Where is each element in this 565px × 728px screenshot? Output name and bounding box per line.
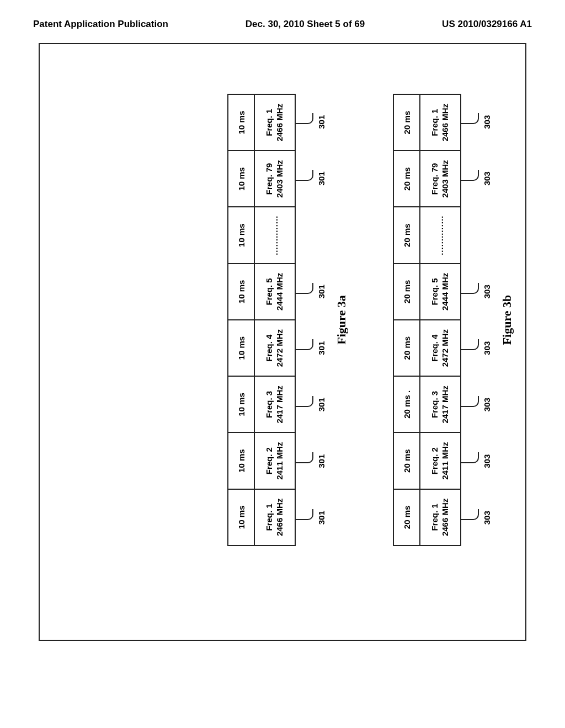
leader-line-icon [296, 509, 313, 520]
freq-cell: Freq. 792403 MHz [254, 151, 295, 207]
leader-line-icon [461, 170, 479, 181]
figure-3a-ref-row: 301301301301301301301 [298, 94, 329, 546]
ref-number-label: 301 [317, 398, 326, 411]
ref-cell: 303 [463, 94, 494, 151]
ref-number-label: 301 [317, 285, 326, 298]
time-header-cell: 20 ms [393, 433, 420, 489]
freq-cell: Freq. 32417 MHz [254, 376, 295, 432]
time-header-cell: 20 ms [393, 151, 420, 207]
header-left: Patent Application Publication [33, 19, 168, 30]
leader-line-icon [296, 170, 313, 181]
leader-line-icon [461, 509, 479, 520]
figure-3b-caption: Figure 3b [500, 94, 514, 546]
leader-line-icon [461, 283, 479, 294]
freq-cell: .............. [254, 207, 295, 264]
ref-cell: 303 [463, 320, 494, 377]
ref-number-label: 301 [317, 172, 326, 185]
ref-cell: 303 [463, 377, 494, 433]
freq-cell: .............. [420, 207, 461, 264]
ref-number-label: 303 [482, 285, 492, 298]
ref-cell: 301 [298, 151, 329, 207]
freq-cell: Freq. 42472 MHz [420, 320, 461, 376]
time-header-cell: 20 ms [393, 207, 420, 264]
ref-cell: 303 [463, 151, 494, 207]
leader-line-icon [461, 113, 479, 124]
leader-line-icon [296, 283, 313, 294]
ref-cell: 301 [298, 490, 329, 547]
ref-cell: 301 [298, 377, 329, 433]
ref-number-label: 301 [317, 115, 326, 129]
header-right: US 2010/0329166 A1 [442, 19, 532, 30]
ref-number-label: 303 [482, 341, 492, 355]
figure-3a-caption: Figure 3a [334, 94, 349, 546]
freq-cell: Freq. 12466 MHz [420, 94, 461, 151]
figure-3a-block: 10 ms10 ms10 ms10 ms10 ms10 ms10 ms10 ms… [227, 94, 349, 546]
time-header-cell: 10 ms [228, 320, 254, 376]
time-header-cell: 10 ms [228, 264, 254, 320]
header-center: Dec. 30, 2010 Sheet 5 of 69 [246, 19, 365, 30]
ref-number-label: 303 [482, 115, 492, 129]
time-header-cell: 10 ms [228, 151, 254, 207]
leader-line-icon [296, 113, 313, 124]
freq-cell: Freq. 22411 MHz [254, 433, 295, 489]
freq-cell: Freq. 12466 MHz [420, 489, 461, 545]
ref-cell: 303 [463, 433, 494, 490]
drawing-sheet: 10 ms10 ms10 ms10 ms10 ms10 ms10 ms10 ms… [39, 43, 526, 641]
freq-cell: Freq. 12466 MHz [254, 489, 295, 545]
freq-cell: Freq. 42472 MHz [254, 320, 295, 376]
time-header-cell: 10 ms [228, 433, 254, 489]
leader-line-icon [296, 396, 313, 407]
freq-cell: Freq. 792403 MHz [420, 151, 461, 207]
freq-cell: Freq. 52444 MHz [420, 264, 461, 320]
leader-line-icon [461, 452, 479, 463]
ref-cell: 301 [298, 433, 329, 490]
ref-number-label: 303 [482, 172, 492, 185]
ref-cell [298, 207, 329, 264]
ref-number-label: 301 [317, 454, 326, 468]
page-header: Patent Application Publication Dec. 30, … [0, 0, 565, 33]
ref-cell [463, 207, 494, 264]
time-header-cell: 10 ms [228, 376, 254, 432]
figure-3b-ref-row: 303303303303303303303 [463, 94, 494, 546]
time-header-cell: 10 ms [228, 207, 254, 264]
ref-cell: 301 [298, 320, 329, 377]
figure-3a-table: 10 ms10 ms10 ms10 ms10 ms10 ms10 ms10 ms… [227, 94, 296, 546]
ref-number-label: 301 [317, 511, 326, 524]
ref-cell: 301 [298, 264, 329, 320]
ref-number-label: 303 [482, 398, 492, 411]
ref-cell: 301 [298, 94, 329, 151]
ref-number-label: 303 [482, 454, 492, 468]
time-header-cell: 10 ms [228, 489, 254, 545]
figure-3b-table: 20 ms20 ms20 ms .20 ms20 ms20 ms20 ms20 … [393, 94, 461, 546]
leader-line-icon [461, 339, 479, 350]
ref-number-label: 301 [317, 341, 326, 355]
freq-cell: Freq. 22411 MHz [420, 433, 461, 489]
leader-line-icon [296, 339, 313, 350]
ref-cell: 303 [463, 490, 494, 547]
ref-cell: 303 [463, 264, 494, 320]
freq-cell: Freq. 32417 MHz [420, 376, 461, 432]
time-header-cell: 20 ms [393, 489, 420, 545]
time-header-cell: 20 ms [393, 264, 420, 320]
time-header-cell: 20 ms . [393, 376, 420, 432]
leader-line-icon [296, 452, 313, 463]
freq-cell: Freq. 52444 MHz [254, 264, 295, 320]
freq-cell: Freq. 12466 MHz [254, 94, 295, 151]
time-header-cell: 10 ms [228, 94, 254, 151]
leader-line-icon [461, 396, 479, 407]
time-header-cell: 20 ms [393, 320, 420, 376]
figure-3b-block: 20 ms20 ms20 ms .20 ms20 ms20 ms20 ms20 … [393, 94, 514, 546]
time-header-cell: 20 ms [393, 94, 420, 151]
ref-number-label: 303 [482, 511, 492, 524]
